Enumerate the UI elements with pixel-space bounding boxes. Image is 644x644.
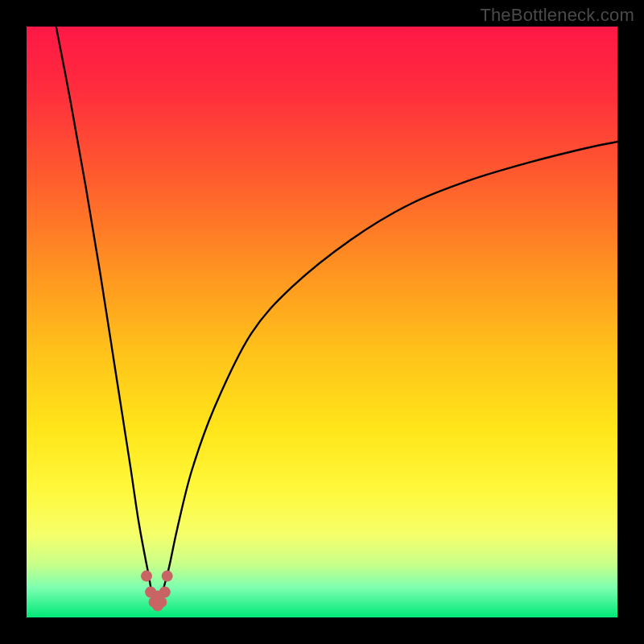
bottom-marker-blob <box>141 571 173 612</box>
plot-area <box>27 27 617 617</box>
marker-dot <box>155 597 167 608</box>
watermark-text: TheBottleneck.com <box>480 5 634 26</box>
bottleneck-curve <box>56 27 617 604</box>
marker-dot <box>141 571 152 582</box>
marker-dot <box>159 586 171 597</box>
outer-frame: TheBottleneck.com <box>0 0 644 644</box>
marker-dot <box>162 571 173 582</box>
chart-svg <box>27 27 617 617</box>
